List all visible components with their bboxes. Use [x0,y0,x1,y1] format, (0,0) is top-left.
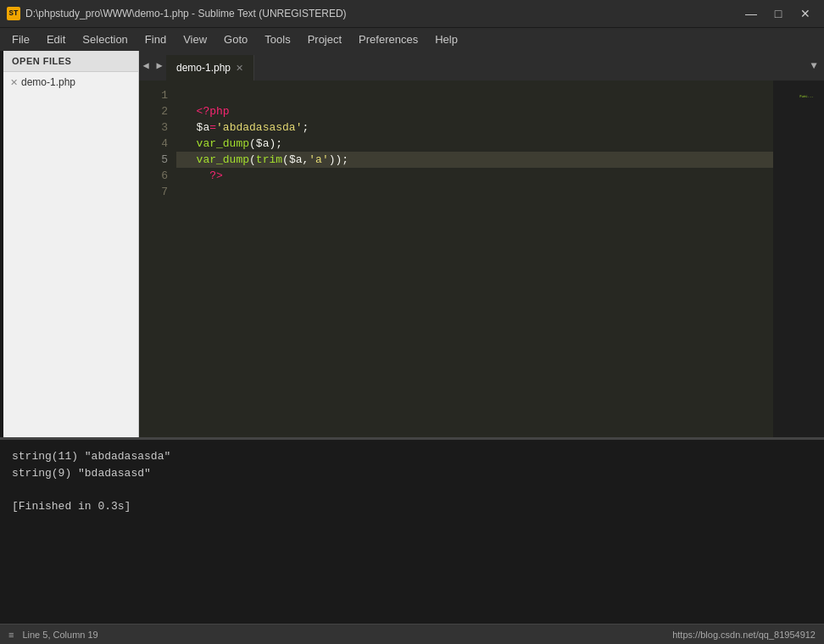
sidebar-file-name: demo-1.php [21,76,75,88]
tab-nav-right[interactable]: ▶ [153,51,166,80]
menu-item-find[interactable]: Find [136,30,175,49]
main-area: OPEN FILES ✕ demo-1.php ◀ ▶ demo-1.php ✕… [0,51,824,437]
code-line-7 [176,184,773,200]
file-close-icon[interactable]: ✕ [10,77,18,88]
close-button[interactable]: ✕ [793,5,817,22]
output-line-2: string(9) "bdadasasd" [12,465,812,482]
tab-dropdown-button[interactable]: ▼ [804,51,824,80]
code-line-2: <?php [176,103,773,119]
menu-item-edit[interactable]: Edit [38,30,74,49]
line-num-5: 5 [139,152,176,168]
line-num-2: 2 [139,103,176,119]
status-left: ≡ Line 5, Column 19 [8,630,98,640]
line-numbers: 1 2 3 4 5 6 7 [139,80,176,437]
sidebar: OPEN FILES ✕ demo-1.php [3,51,139,437]
maximize-button[interactable]: □ [766,5,790,22]
status-position: Line 5, Column 19 [22,630,97,640]
line-num-7: 7 [139,184,176,200]
minimap: Func... [773,80,824,437]
code-line-5: var_dump(trim($a,'a')); [176,152,773,168]
title-bar: ST D:\phpstudy_pro\WWW\demo-1.php - Subl… [0,0,824,27]
menu-item-file[interactable]: File [3,30,38,49]
line-num-4: 4 [139,136,176,152]
editor-tab-demo1php[interactable]: demo-1.php ✕ [166,55,254,80]
status-right: https://blog.csdn.net/qq_81954912 [672,630,816,640]
code-line-6: ?> [176,168,773,184]
minimize-button[interactable]: — [739,5,763,22]
status-url[interactable]: https://blog.csdn.net/qq_81954912 [672,630,816,640]
app-icon: ST [7,7,20,20]
code-line-1 [176,87,773,103]
code-line-4: var_dump($a); [176,136,773,152]
output-line-4: [Finished in 0.3s] [12,498,812,515]
menu-item-tools[interactable]: Tools [256,30,298,49]
output-line-3 [12,481,812,498]
menu-item-help[interactable]: Help [426,30,466,49]
title-buttons: — □ ✕ [739,5,817,22]
code-editor[interactable]: 1 2 3 4 5 6 7 <?php $a='abdadasasda'; va… [139,80,824,437]
menu-item-selection[interactable]: Selection [74,30,136,49]
output-panel: string(11) "abdadasasda" string(9) "bdad… [0,437,824,624]
open-files-header: OPEN FILES [3,51,138,72]
status-menu-icon[interactable]: ≡ [8,630,14,640]
menu-item-view[interactable]: View [175,30,215,49]
menu-item-goto[interactable]: Goto [215,30,256,49]
tab-nav-left[interactable]: ◀ [139,51,153,80]
title-bar-left: ST D:\phpstudy_pro\WWW\demo-1.php - Subl… [7,7,347,20]
menu-item-project[interactable]: Project [299,30,350,49]
window-title: D:\phpstudy_pro\WWW\demo-1.php - Sublime… [25,8,347,19]
menu-item-preferences[interactable]: Preferences [350,30,426,49]
status-bar: ≡ Line 5, Column 19 https://blog.csdn.ne… [0,624,824,644]
tab-filename: demo-1.php [176,62,231,74]
tab-bar: ◀ ▶ demo-1.php ✕ ▼ [139,51,824,80]
output-line-1: string(11) "abdadasasda" [12,448,812,465]
line-num-1: 1 [139,87,176,103]
line-num-6: 6 [139,168,176,184]
sidebar-file-item[interactable]: ✕ demo-1.php [3,72,138,92]
menu-bar: FileEditSelectionFindViewGotoToolsProjec… [0,27,824,51]
code-content[interactable]: <?php $a='abdadasasda'; var_dump($a); va… [176,80,773,437]
minimap-content: Func... [773,87,816,98]
editor-area: ◀ ▶ demo-1.php ✕ ▼ 1 2 3 4 5 6 7 <?php [139,51,824,437]
line-num-3: 3 [139,119,176,136]
tab-close-icon[interactable]: ✕ [236,63,243,74]
code-line-3: $a='abdadasasda'; [176,119,773,136]
